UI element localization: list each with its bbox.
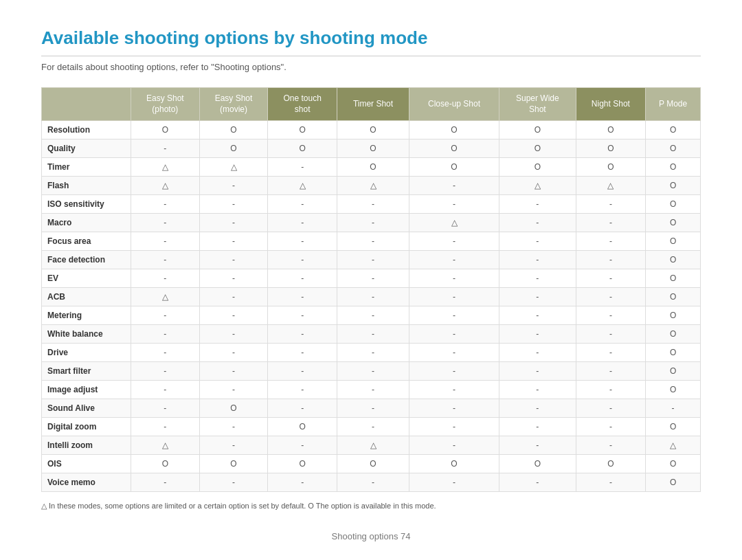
cell-19-0: -	[131, 473, 200, 492]
cell-16-4: -	[409, 418, 499, 436]
row-label-5: Macro	[42, 214, 131, 232]
cell-8-5: -	[499, 269, 576, 288]
cell-18-2: O	[268, 455, 337, 473]
cell-0-5: O	[499, 121, 576, 139]
cell-6-6: -	[576, 232, 646, 251]
cell-6-7: O	[646, 232, 701, 251]
cell-4-0: -	[131, 195, 200, 214]
cell-9-7: O	[646, 288, 701, 306]
cell-1-4: O	[409, 139, 499, 158]
table-row: OISOOOOOOOO	[42, 455, 701, 473]
cell-3-4: -	[409, 177, 499, 195]
cell-13-4: -	[409, 362, 499, 381]
cell-18-6: O	[576, 455, 646, 473]
cell-1-3: O	[337, 139, 409, 158]
cell-11-3: -	[337, 325, 409, 344]
cell-3-3: △	[337, 177, 409, 195]
cell-14-5: -	[499, 381, 576, 399]
row-label-14: Image adjust	[42, 381, 131, 399]
cell-12-2: -	[268, 344, 337, 362]
cell-13-7: O	[646, 362, 701, 381]
cell-10-1: -	[199, 306, 268, 325]
cell-14-3: -	[337, 381, 409, 399]
row-label-1: Quality	[42, 139, 131, 158]
table-row: Drive-------O	[42, 344, 701, 362]
table-row: Macro----△--O	[42, 214, 701, 232]
table-row: Sound Alive-O------	[42, 399, 701, 418]
footer-text: Shooting options 74	[41, 531, 701, 541]
cell-6-5: -	[499, 232, 576, 251]
row-label-7: Face detection	[42, 251, 131, 269]
table-row: Digital zoom--O----O	[42, 418, 701, 436]
cell-2-6: O	[576, 158, 646, 177]
cell-3-1: -	[199, 177, 268, 195]
cell-0-7: O	[646, 121, 701, 139]
cell-1-7: O	[646, 139, 701, 158]
footnote: △ In these modes, some options are limit…	[41, 502, 701, 511]
table-row: Quality-OOOOOOO	[42, 139, 701, 158]
cell-6-4: -	[409, 232, 499, 251]
cell-3-5: △	[499, 177, 576, 195]
table-row: Image adjust-------O	[42, 381, 701, 399]
cell-12-3: -	[337, 344, 409, 362]
col-header-1: Easy Shot(photo)	[131, 88, 200, 121]
cell-9-6: -	[576, 288, 646, 306]
col-header-3: One touchshot	[268, 88, 337, 121]
cell-15-1: O	[199, 399, 268, 418]
cell-3-0: △	[131, 177, 200, 195]
cell-16-2: O	[268, 418, 337, 436]
table-row: Focus area-------O	[42, 232, 701, 251]
cell-2-3: O	[337, 158, 409, 177]
table-row: ISO sensitivity-------O	[42, 195, 701, 214]
cell-11-2: -	[268, 325, 337, 344]
cell-18-1: O	[199, 455, 268, 473]
cell-5-6: -	[576, 214, 646, 232]
cell-8-2: -	[268, 269, 337, 288]
cell-9-3: -	[337, 288, 409, 306]
cell-10-0: -	[131, 306, 200, 325]
cell-1-2: O	[268, 139, 337, 158]
cell-5-7: O	[646, 214, 701, 232]
cell-7-7: O	[646, 251, 701, 269]
table-row: Timer△△-OOOOO	[42, 158, 701, 177]
cell-5-1: -	[199, 214, 268, 232]
cell-14-6: -	[576, 381, 646, 399]
table-row: Smart filter-------O	[42, 362, 701, 381]
cell-10-7: O	[646, 306, 701, 325]
cell-15-3: -	[337, 399, 409, 418]
cell-11-6: -	[576, 325, 646, 344]
cell-12-7: O	[646, 344, 701, 362]
cell-12-4: -	[409, 344, 499, 362]
cell-2-0: △	[131, 158, 200, 177]
cell-16-0: -	[131, 418, 200, 436]
cell-8-1: -	[199, 269, 268, 288]
row-label-17: Intelli zoom	[42, 436, 131, 455]
cell-0-1: O	[199, 121, 268, 139]
cell-2-7: O	[646, 158, 701, 177]
col-header-4: Timer Shot	[337, 88, 409, 121]
cell-13-2: -	[268, 362, 337, 381]
cell-4-2: -	[268, 195, 337, 214]
cell-4-4: -	[409, 195, 499, 214]
cell-4-6: -	[576, 195, 646, 214]
cell-0-3: O	[337, 121, 409, 139]
cell-2-5: O	[499, 158, 576, 177]
cell-10-6: -	[576, 306, 646, 325]
row-label-11: White balance	[42, 325, 131, 344]
cell-17-1: -	[199, 436, 268, 455]
table-row: Intelli zoom△--△---△	[42, 436, 701, 455]
cell-5-5: -	[499, 214, 576, 232]
cell-5-4: △	[409, 214, 499, 232]
cell-13-0: -	[131, 362, 200, 381]
cell-3-7: O	[646, 177, 701, 195]
cell-19-1: -	[199, 473, 268, 492]
row-label-15: Sound Alive	[42, 399, 131, 418]
cell-12-5: -	[499, 344, 576, 362]
cell-16-7: O	[646, 418, 701, 436]
col-header-2: Easy Shot(movie)	[199, 88, 268, 121]
cell-2-4: O	[409, 158, 499, 177]
cell-17-0: △	[131, 436, 200, 455]
cell-15-6: -	[576, 399, 646, 418]
cell-19-5: -	[499, 473, 576, 492]
cell-15-5: -	[499, 399, 576, 418]
